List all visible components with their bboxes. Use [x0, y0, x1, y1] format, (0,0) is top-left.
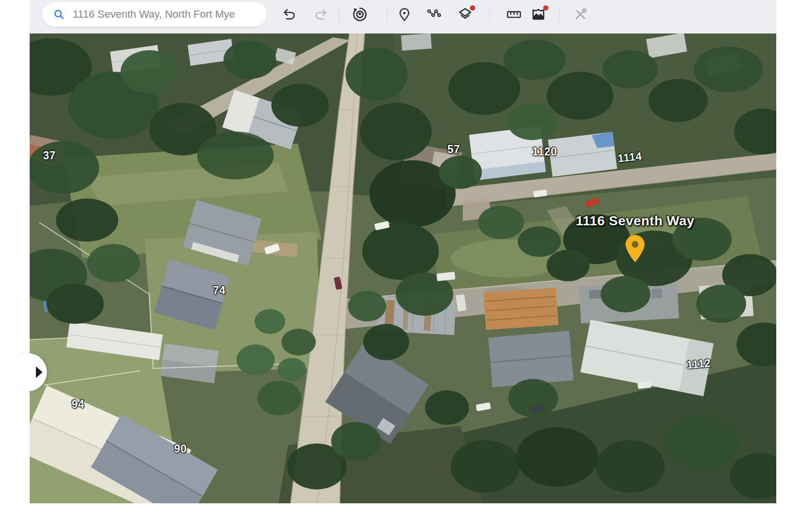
- history-globe-icon: [352, 6, 368, 22]
- ruler-icon: [506, 6, 522, 22]
- parcel-label: 1114: [617, 150, 642, 165]
- toolbar-divider: [559, 8, 559, 23]
- parcel-label: 57: [447, 143, 460, 156]
- location-pin[interactable]: [624, 234, 646, 263]
- redo-button: [311, 5, 330, 24]
- aerial-imagery: [30, 33, 776, 503]
- path-polyline-icon: [426, 7, 442, 22]
- street-address-label: 1116 Seventh Way: [576, 213, 694, 229]
- house-roof: [483, 288, 558, 330]
- notification-dot: [543, 5, 548, 11]
- house-roof: [488, 331, 573, 387]
- add-placemark-button[interactable]: [395, 5, 414, 24]
- search-bar[interactable]: [42, 2, 267, 27]
- house-roof: [548, 132, 617, 177]
- parcel-label: 90: [174, 443, 187, 455]
- add-path-button[interactable]: [424, 5, 444, 24]
- tools-button: [571, 5, 590, 24]
- photos-button[interactable]: [529, 5, 548, 24]
- redo-icon: [313, 7, 328, 22]
- notification-dot: [470, 5, 475, 11]
- toolbar: [30, 0, 776, 33]
- undo-button[interactable]: [280, 5, 299, 24]
- google-earth-window: 37 57 1120 1114 74 94 90 1112 1116 Seven…: [0, 0, 804, 532]
- measure-button[interactable]: [504, 5, 524, 24]
- parcel-label: 37: [43, 149, 56, 162]
- expand-panel-arrow-icon: [35, 366, 43, 378]
- layers-button[interactable]: [456, 5, 475, 24]
- map-viewport[interactable]: 37 57 1120 1114 74 94 90 1112 1116 Seven…: [30, 33, 776, 503]
- search-input[interactable]: [73, 8, 260, 21]
- toolbar-divider: [387, 8, 387, 23]
- toolbar-divider: [339, 8, 339, 23]
- crossed-tools-icon: [573, 7, 588, 22]
- parcel-label: 1112: [686, 356, 712, 371]
- undo-icon: [282, 7, 297, 22]
- parcel-label: 74: [213, 284, 226, 297]
- house-roof: [401, 33, 432, 51]
- parcel-label: 1120: [532, 145, 557, 158]
- historical-imagery-button[interactable]: [350, 5, 369, 24]
- toolbar-divider: [490, 8, 490, 23]
- search-icon: [53, 8, 65, 21]
- parcel-label: 94: [72, 398, 85, 411]
- placemark-icon: [397, 7, 412, 22]
